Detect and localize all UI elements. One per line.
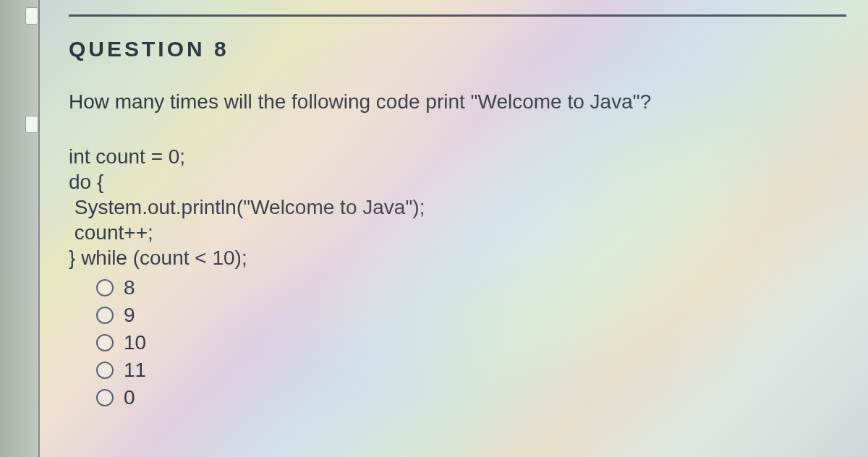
option-label: 9 [124, 304, 135, 327]
answer-options: 8 9 10 11 0 [69, 276, 846, 409]
code-line: count++; [69, 220, 846, 245]
horizontal-rule [69, 14, 846, 17]
radio-icon[interactable] [96, 362, 114, 379]
option-e[interactable]: 0 [96, 386, 846, 409]
code-line: System.out.println("Welcome to Java"); [69, 195, 846, 220]
question-content: QUESTION 8 How many times will the follo… [69, 0, 846, 414]
binding-hole [25, 7, 38, 25]
binding-hole [25, 116, 38, 133]
code-line: int count = 0; [69, 144, 846, 169]
option-a[interactable]: 8 [96, 276, 846, 299]
radio-icon[interactable] [96, 307, 114, 324]
option-label: 11 [124, 359, 146, 382]
question-prompt: How many times will the following code p… [69, 89, 846, 115]
option-label: 0 [124, 386, 135, 409]
code-snippet: int count = 0; do { System.out.println("… [69, 144, 846, 270]
radio-icon[interactable] [96, 334, 114, 351]
option-c[interactable]: 10 [96, 331, 846, 354]
page-binding-edge [0, 0, 40, 457]
question-number-header: QUESTION 8 [69, 37, 846, 61]
option-d[interactable]: 11 [96, 359, 846, 382]
option-b[interactable]: 9 [96, 304, 846, 327]
code-line: } while (count < 10); [69, 245, 846, 270]
option-label: 10 [124, 331, 146, 354]
radio-icon[interactable] [96, 279, 114, 296]
radio-icon[interactable] [96, 389, 114, 406]
option-label: 8 [124, 276, 135, 299]
code-line: do { [69, 169, 846, 195]
